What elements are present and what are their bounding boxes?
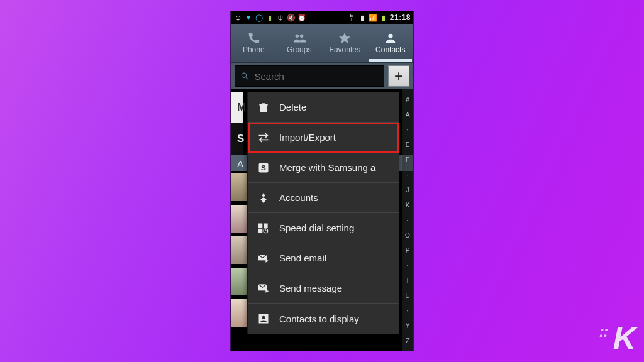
menu-send-email[interactable]: Send email (248, 243, 399, 273)
clock: 21:18 (390, 13, 411, 22)
tab-phone[interactable]: Phone (231, 24, 277, 62)
plus-icon: + (394, 67, 403, 85)
contact-row-hint: S (231, 123, 243, 155)
mute-icon: 🔇 (287, 14, 296, 21)
alarm-icon: ⏰ (297, 14, 306, 21)
signal2-icon: 📶 (369, 14, 377, 21)
svg-line-4 (246, 77, 248, 80)
menu-label: Send email (279, 253, 326, 263)
star-icon (337, 31, 352, 45)
import-export-icon (257, 131, 270, 145)
trash-icon (257, 101, 270, 114)
accounts-icon (257, 191, 270, 205)
alpha-letter[interactable]: Z (406, 337, 409, 344)
svg-rect-8 (264, 223, 268, 228)
alpha-letter[interactable]: T (406, 277, 409, 284)
tab-contacts[interactable]: Contacts (368, 24, 414, 62)
merge-icon: S (257, 161, 270, 175)
phone-frame: ⊕ ▼ ◯ ▮ ψ 🔇 ⏰ E↕ ▮ 📶 ▮ 21:18 Phone (231, 11, 413, 351)
tab-label: Groups (287, 45, 311, 54)
alpha-letter[interactable]: · (407, 172, 409, 178)
alpha-letter[interactable]: · (407, 307, 409, 314)
tab-groups[interactable]: Groups (277, 24, 323, 62)
menu-label: Import/Export (279, 132, 336, 143)
menu-label: Contacts to display (279, 314, 359, 324)
svg-point-1 (300, 35, 304, 38)
data-icon: E↕ (347, 14, 356, 21)
svg-point-14 (262, 316, 265, 319)
speed-dial-icon (257, 221, 270, 235)
battery-icon: ▮ (379, 14, 388, 21)
tab-label: Contacts (375, 45, 405, 54)
alpha-letter[interactable]: O (405, 232, 410, 239)
menu-contacts-display[interactable]: Contacts to display (248, 304, 399, 334)
contact-row-hint: M (231, 92, 243, 123)
status-bar: ⊕ ▼ ◯ ▮ ψ 🔇 ⏰ E↕ ▮ 📶 ▮ 21:18 (231, 11, 413, 24)
menu-label: Speed dial setting (279, 222, 354, 233)
alphabet-index[interactable]: #A·EF·JK·OP·TU·YZ (402, 89, 413, 351)
plus-badge-icon: ⊕ (233, 14, 242, 21)
tab-label: Phone (243, 45, 265, 54)
svg-rect-9 (258, 228, 263, 233)
search-input[interactable] (254, 71, 379, 82)
tab-bar: Phone Groups Favorites Contacts (231, 24, 413, 63)
contacts-display-icon (257, 312, 270, 326)
stage: ⊕ ▼ ◯ ▮ ψ 🔇 ⏰ E↕ ▮ 📶 ▮ 21:18 Phone (0, 0, 644, 362)
alpha-letter[interactable]: Y (406, 322, 410, 329)
watermark: K (613, 319, 635, 357)
menu-label: Merge with Samsung a (279, 162, 375, 173)
svg-text:S: S (261, 163, 266, 172)
groups-icon (292, 31, 307, 45)
menu-merge[interactable]: S Merge with Samsung a (248, 153, 399, 183)
alpha-letter[interactable]: · (407, 262, 409, 269)
svg-rect-7 (258, 223, 263, 228)
alpha-letter[interactable]: # (406, 96, 409, 103)
menu-label: Send message (279, 283, 342, 293)
alpha-letter[interactable]: J (406, 187, 409, 194)
person-icon (383, 31, 398, 45)
usb-icon: ψ (276, 14, 285, 21)
shield2-icon: ◯ (255, 14, 264, 21)
alpha-letter[interactable]: · (407, 217, 409, 224)
search-box[interactable] (235, 65, 384, 87)
shield-icon: ▼ (244, 14, 253, 21)
svg-point-3 (242, 73, 246, 77)
menu-speed-dial[interactable]: Speed dial setting (248, 213, 399, 243)
alpha-letter[interactable]: K (406, 202, 410, 209)
search-icon (240, 71, 249, 81)
menu-delete[interactable]: Delete (248, 92, 399, 123)
menu-accounts[interactable]: Accounts (248, 183, 399, 213)
alpha-letter[interactable]: A (406, 111, 410, 118)
svg-point-0 (295, 35, 299, 38)
alpha-letter[interactable]: E (406, 141, 410, 148)
menu-import-export[interactable]: Import/Export (248, 123, 399, 153)
alpha-letter[interactable]: · (407, 126, 409, 133)
menu-label: Accounts (279, 192, 318, 203)
send-email-icon (257, 251, 270, 265)
tab-label: Favorites (330, 45, 360, 54)
alpha-letter[interactable]: P (406, 247, 410, 254)
status-left: ⊕ ▼ ◯ ▮ ψ 🔇 ⏰ (233, 14, 306, 21)
alpha-letter[interactable]: F (406, 156, 409, 163)
send-message-icon (257, 282, 270, 295)
tab-favorites[interactable]: Favorites (322, 24, 368, 62)
menu-send-message[interactable]: Send message (248, 273, 399, 304)
add-contact-button[interactable]: + (388, 65, 409, 87)
phone-icon (246, 31, 261, 45)
menu-label: Delete (279, 102, 306, 112)
alpha-letter[interactable]: U (405, 292, 409, 299)
options-menu: Delete Import/Export S Merge with Samsun… (247, 92, 399, 334)
status-right: E↕ ▮ 📶 ▮ 21:18 (347, 13, 411, 22)
search-row: + (231, 63, 413, 89)
signal-icon: ▮ (358, 14, 367, 21)
svg-point-2 (388, 34, 392, 38)
app-icon: ▮ (265, 14, 274, 21)
